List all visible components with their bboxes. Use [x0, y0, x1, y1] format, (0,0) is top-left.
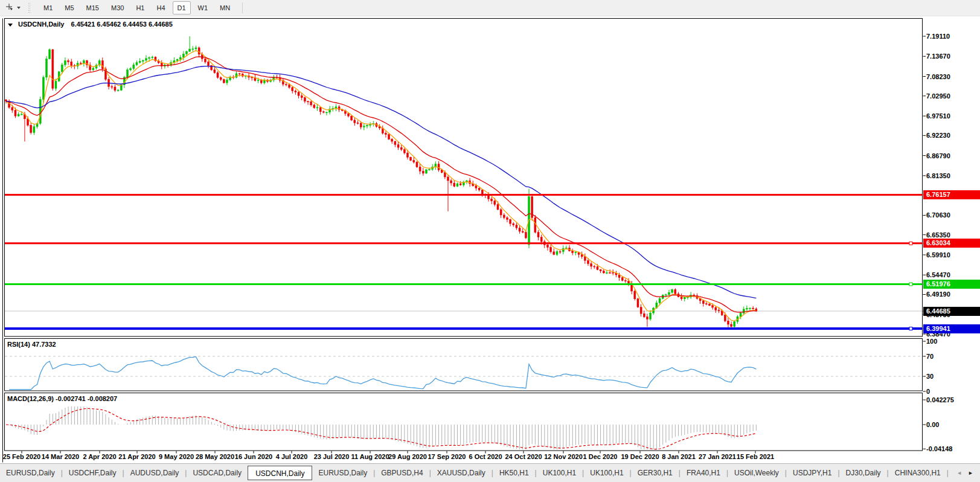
date-axis-label: 27 Jan 2021 — [699, 453, 736, 460]
ma-slow-line — [6, 66, 756, 298]
price-axis-label: 7.08230 — [926, 72, 950, 81]
macd-axis-label: 0.042275 — [926, 396, 954, 404]
chart-tab-hk50-h1[interactable]: HK50,H1 — [493, 466, 535, 480]
date-axis-label: 2 Apr 2020 — [83, 453, 116, 460]
chart-tab-audusd-daily[interactable]: AUDUSD,Daily — [124, 466, 185, 480]
macd-indicator-label: MACD(12,26,9) -0.002741 -0.008207 — [7, 395, 117, 402]
chart-tab-china300-h1[interactable]: CHINA300,H1 — [889, 466, 947, 480]
line-drag-handle[interactable] — [909, 283, 912, 286]
chart-tab-usdjpy-h1[interactable]: USDJPY,H1 — [787, 466, 837, 480]
rsi-axis-label: 100 — [926, 337, 937, 345]
chart-tab-ger30-h1[interactable]: GER30,H1 — [632, 466, 679, 480]
price-axis-label: 6.86790 — [926, 152, 950, 160]
date-axis-label: 6 Oct 2020 — [469, 453, 502, 460]
rsi-axis-label: 0 — [926, 387, 930, 396]
date-axis-label: 16 Jun 2020 — [235, 453, 272, 460]
rsi-indicator-label: RSI(14) 47.7332 — [7, 341, 56, 348]
chart-tabs: EURUSD,Daily|USDCHF,Daily|AUDUSD,Daily|U… — [0, 466, 953, 480]
price-axis-label: 6.92230 — [926, 131, 950, 140]
price-badge: 6.44685 — [923, 307, 980, 316]
price-badge: 6.39941 — [923, 324, 980, 333]
price-axis-label: 7.19110 — [926, 32, 950, 40]
panel-border — [5, 19, 923, 337]
date-axis-label: 29 Aug 2020 — [388, 453, 427, 460]
chart-ohlc-quote: 6.45421 6.45462 6.44453 6.44685 — [71, 21, 173, 28]
date-axis-label: 15 Feb 2021 — [737, 453, 774, 460]
panel-border — [5, 339, 923, 391]
date-axis-label: 23 Jul 2020 — [314, 453, 350, 460]
date-axis-label: 4 Jul 2020 — [276, 453, 308, 460]
price-axis-label: 6.97510 — [926, 112, 950, 120]
chart-tabbar: EURUSD,Daily|USDCHF,Daily|AUDUSD,Daily|U… — [0, 463, 980, 482]
price-axis-label: 6.70630 — [926, 211, 950, 219]
tab-scroll-right-icon[interactable]: ► — [965, 470, 976, 476]
chart-title: USDCNH,Daily 6.45421 6.45462 6.44453 6.4… — [8, 21, 173, 28]
date-axis-label: 14 Mar 2020 — [42, 453, 79, 460]
chart-tab-uk100-h1[interactable]: UK100,H1 — [537, 466, 582, 480]
rsi-line — [9, 357, 756, 390]
symbol-dropdown-icon[interactable] — [8, 24, 13, 27]
date-axis-label: 8 Jan 2021 — [662, 453, 696, 460]
date-axis-label: 21 Apr 2020 — [118, 453, 155, 460]
macd-axis-label: -0.04148 — [926, 445, 952, 453]
price-axis-label: 6.49190 — [926, 290, 950, 298]
chart-tab-xauusd-daily[interactable]: XAUUSD,Daily — [431, 466, 492, 480]
ma-medium-line — [6, 57, 756, 312]
price-badge: 6.51976 — [923, 280, 980, 289]
line-drag-handle[interactable] — [909, 242, 912, 245]
rsi-axis-label: 30 — [926, 372, 934, 381]
chart-canvas[interactable] — [0, 0, 980, 464]
date-axis-label: 19 Dec 2020 — [621, 453, 659, 460]
chart-tab-uk100-h1[interactable]: UK100,H1 — [584, 466, 629, 480]
date-axis-label: 25 Feb 2020 — [3, 453, 40, 460]
date-axis-label: 28 May 2020 — [196, 453, 234, 460]
chart-tab-usoil-weekly[interactable]: USOil,Weekly — [728, 466, 785, 480]
price-axis-label: 7.13670 — [926, 52, 950, 60]
chart-tab-dj30-daily[interactable]: DJ30,Daily — [840, 466, 887, 480]
chart-tab-usdchf-daily[interactable]: USDCHF,Daily — [63, 466, 123, 480]
date-axis-label: 11 Aug 2020 — [351, 453, 389, 460]
price-axis-label: 6.59910 — [926, 251, 950, 259]
macd-signal-line — [6, 408, 756, 449]
date-axis-label: 12 Nov 2020 — [544, 453, 583, 460]
tab-scroll-left-icon[interactable]: ◄ — [953, 470, 965, 476]
macd-histogram — [6, 406, 756, 449]
tab-scroll-arrows: ◄ ► — [953, 470, 980, 476]
date-axis-label: 1 Dec 2020 — [583, 453, 618, 460]
price-axis-label: 6.65350 — [926, 231, 950, 239]
price-axis-label: 6.54470 — [926, 271, 950, 279]
chart-tab-fra40-h1[interactable]: FRA40,H1 — [681, 466, 726, 480]
chart-tab-eurusd-daily[interactable]: EURUSD,Daily — [312, 466, 373, 480]
chart-tab-u[interactable]: U — [949, 466, 953, 480]
ma-fast-line — [6, 51, 756, 321]
chart-tab-eurusd-daily[interactable]: EURUSD,Daily — [0, 466, 61, 480]
price-badge: 6.76157 — [923, 190, 980, 199]
date-axis-label: 9 May 2020 — [159, 453, 194, 460]
price-axis-label: 7.02950 — [926, 92, 950, 100]
macd-axis-label: 0.00 — [926, 420, 939, 429]
price-axis-label: 6.81350 — [926, 172, 950, 180]
chart-symbol: USDCNH,Daily — [18, 21, 64, 28]
rsi-axis-label: 70 — [926, 352, 934, 361]
chart-tab-gbpusd-h4[interactable]: GBPUSD,H4 — [375, 466, 429, 480]
chart-tab-usdcad-daily[interactable]: USDCAD,Daily — [187, 466, 248, 480]
price-badge: 6.63034 — [923, 239, 980, 248]
line-drag-handle[interactable] — [909, 327, 912, 330]
date-axis-label: 24 Oct 2020 — [505, 453, 542, 460]
date-axis-label: 17 Sep 2020 — [428, 453, 466, 460]
chart-tab-usdcnh-daily[interactable]: USDCNH,Daily — [248, 466, 312, 480]
